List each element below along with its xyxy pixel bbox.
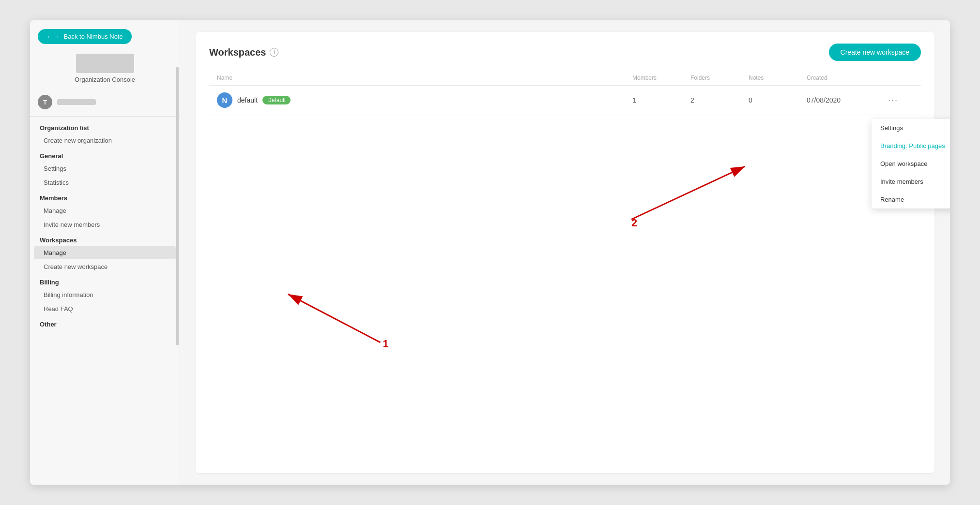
sidebar-item-manage-workspaces[interactable]: Manage [34, 246, 176, 259]
svg-line-2 [288, 294, 381, 342]
workspace-icon: N [217, 92, 232, 108]
section-title-general: General [30, 148, 180, 162]
create-workspace-button[interactable]: Create new workspace [829, 44, 921, 61]
svg-line-4 [631, 166, 745, 220]
content-panel: Workspaces i Create new workspace Name M… [196, 32, 934, 473]
col-notes: Notes [749, 74, 807, 81]
section-title-workspaces: Workspaces [30, 232, 180, 246]
org-logo-placeholder [76, 54, 134, 73]
section-title-org-list: Organization list [30, 119, 180, 134]
context-menu-invite[interactable]: Invite members [872, 173, 950, 191]
sidebar-item-read-faq[interactable]: Read FAQ [34, 302, 176, 315]
sidebar-item-invite-members[interactable]: Invite new members [34, 218, 176, 231]
section-title-members: Members [30, 190, 180, 204]
table-row: N default Default 1 2 0 07/08/2020 ··· [209, 86, 921, 115]
sidebar: ← ← Back to Nimbus Note Organization Con… [30, 20, 180, 485]
avatar: T [38, 95, 52, 109]
workspace-created: 07/08/2020 [807, 96, 884, 104]
user-row: T [30, 91, 180, 113]
org-title: Organization Console [75, 76, 135, 83]
col-name: Name [217, 74, 632, 81]
col-members: Members [632, 74, 690, 81]
workspace-folders: 2 [690, 96, 749, 104]
context-menu: Settings Branding: Public pages Open wor… [872, 119, 950, 208]
main-content: Workspaces i Create new workspace Name M… [180, 20, 950, 485]
sidebar-item-settings[interactable]: Settings [34, 162, 176, 175]
svg-text:1: 1 [383, 338, 388, 350]
back-button-label: ← Back to Nimbus Note [56, 33, 123, 40]
sidebar-item-manage-members[interactable]: Manage [34, 204, 176, 217]
col-actions [884, 74, 913, 81]
table-header: Name Members Folders Notes Created [209, 71, 921, 86]
more-actions-button[interactable]: ··· [884, 93, 902, 107]
section-title-other: Other [30, 316, 180, 330]
col-created: Created [807, 74, 884, 81]
back-arrow-icon: ← [46, 33, 53, 40]
org-section: Organization Console [30, 50, 180, 91]
sidebar-item-create-org[interactable]: Create new organization [34, 134, 176, 147]
page-title: Workspaces [209, 47, 266, 58]
sidebar-item-create-workspace[interactable]: Create new workspace [34, 260, 176, 273]
svg-text:2: 2 [631, 217, 637, 229]
divider [30, 116, 180, 117]
main-header: Workspaces i Create new workspace [209, 44, 921, 61]
back-button[interactable]: ← ← Back to Nimbus Note [38, 29, 132, 44]
title-row: Workspaces i [209, 47, 278, 58]
sidebar-item-billing-info[interactable]: Billing information [34, 288, 176, 301]
workspace-name-cell: N default Default [217, 92, 632, 108]
context-menu-rename[interactable]: Rename [872, 191, 950, 208]
context-menu-settings[interactable]: Settings [872, 119, 950, 137]
workspace-notes: 0 [749, 96, 807, 104]
user-name-placeholder [57, 99, 96, 105]
context-menu-branding[interactable]: Branding: Public pages [872, 137, 950, 155]
default-badge: Default [262, 96, 291, 104]
sidebar-scrollbar[interactable] [176, 67, 179, 345]
workspace-members: 1 [632, 96, 690, 104]
sidebar-item-statistics[interactable]: Statistics [34, 176, 176, 189]
app-window: ← ← Back to Nimbus Note Organization Con… [30, 20, 950, 485]
workspace-name: default [237, 96, 258, 104]
context-menu-open[interactable]: Open workspace [872, 155, 950, 173]
section-title-billing: Billing [30, 274, 180, 288]
info-icon[interactable]: i [270, 48, 278, 57]
col-folders: Folders [690, 74, 749, 81]
workspace-actions-cell: ··· [884, 93, 913, 107]
